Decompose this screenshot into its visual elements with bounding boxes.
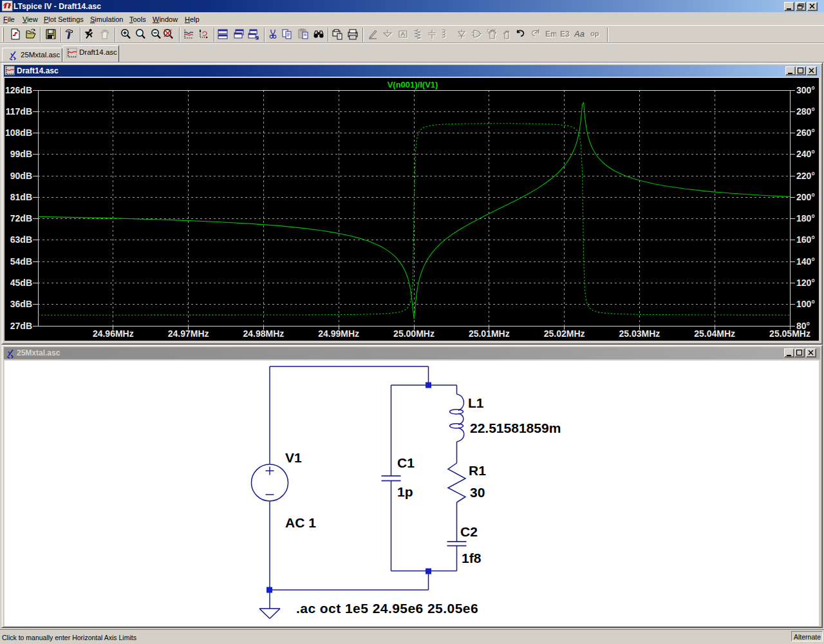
svg-text:Aa: Aa (574, 29, 585, 39)
svg-text:240°: 240° (796, 149, 815, 159)
svg-text:120°: 120° (796, 278, 815, 288)
svg-text:180°: 180° (796, 213, 815, 223)
svg-text:260°: 260° (796, 128, 815, 138)
svg-text:25.02MHz: 25.02MHz (544, 328, 585, 339)
svg-text:1p: 1p (397, 484, 413, 499)
svg-text:160°: 160° (796, 234, 815, 245)
svg-text:25.04MHz: 25.04MHz (694, 328, 735, 339)
svg-text:25.05MHz: 25.05MHz (769, 328, 810, 339)
svg-text:63dB: 63dB (10, 234, 32, 245)
svg-text:300°: 300° (796, 85, 815, 95)
svg-text:280°: 280° (796, 106, 815, 117)
svg-text:AC 1: AC 1 (285, 515, 316, 530)
svg-text:op: op (590, 30, 599, 37)
svg-text:100°: 100° (796, 299, 815, 309)
svg-text:36dB: 36dB (10, 299, 32, 309)
svg-text:220°: 220° (796, 171, 815, 181)
svg-text:E3: E3 (560, 30, 570, 39)
svg-text:C1: C1 (397, 455, 415, 470)
svg-text:24.99MHz: 24.99MHz (318, 328, 359, 339)
svg-text:24.97MHz: 24.97MHz (168, 328, 209, 339)
svg-text:126dB: 126dB (5, 85, 32, 95)
svg-text:117dB: 117dB (6, 106, 32, 117)
svg-text:99dB: 99dB (10, 149, 32, 159)
svg-text:72dB: 72dB (10, 213, 32, 223)
svg-text:L1: L1 (468, 395, 484, 410)
svg-text:30: 30 (470, 485, 485, 500)
svg-text:140°: 140° (796, 256, 815, 267)
svg-text:Em: Em (545, 30, 556, 39)
svg-text:54dB: 54dB (10, 256, 32, 267)
svg-text:.ac oct 1e5 24.95e6 25.05e6: .ac oct 1e5 24.95e6 25.05e6 (296, 601, 478, 616)
svg-text:108dB: 108dB (5, 128, 32, 138)
svg-text:1f8: 1f8 (462, 551, 482, 565)
svg-text:90dB: 90dB (10, 171, 32, 181)
svg-text:24.98MHz: 24.98MHz (243, 328, 284, 339)
svg-text:81dB: 81dB (10, 192, 32, 202)
svg-text:C2: C2 (460, 524, 478, 539)
svg-text:24.96MHz: 24.96MHz (93, 328, 134, 339)
svg-text:R1: R1 (469, 463, 486, 478)
svg-text:22.51581859m: 22.51581859m (470, 421, 561, 435)
svg-text:25.01MHz: 25.01MHz (469, 328, 510, 339)
svg-text:V(n001)/I(V1): V(n001)/I(V1) (388, 80, 438, 90)
svg-text:V1: V1 (285, 450, 302, 465)
svg-text:27dB: 27dB (10, 321, 32, 331)
svg-text:25.03MHz: 25.03MHz (619, 328, 660, 339)
svg-text:200°: 200° (796, 192, 815, 202)
svg-text:45dB: 45dB (10, 278, 32, 288)
svg-text:25.00MHz: 25.00MHz (393, 328, 435, 339)
